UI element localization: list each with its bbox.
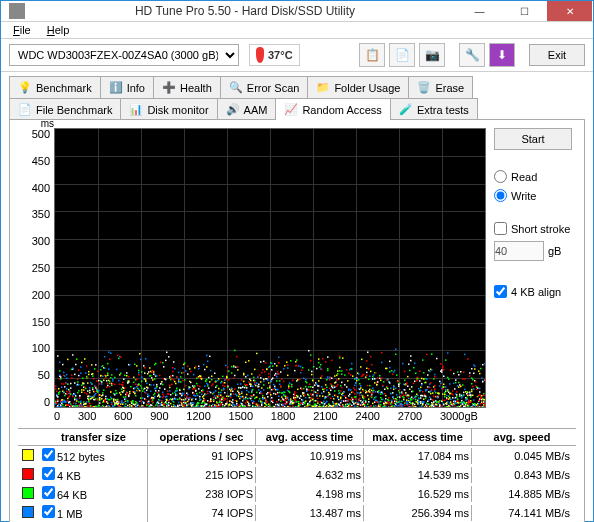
maximize-button[interactable]: ☐	[502, 1, 547, 21]
transfer-size-label: 1 MB	[57, 508, 83, 520]
max-cell: 14.539 ms	[364, 467, 472, 483]
transfer-size-label: 512 bytes	[57, 451, 105, 463]
temperature-value: 37°C	[268, 49, 293, 61]
app-window: HD Tune Pro 5.50 - Hard Disk/SSD Utility…	[0, 0, 594, 522]
tab-benchmark[interactable]: 💡Benchmark	[9, 76, 101, 98]
speed-cell: 14.885 MB/s	[472, 486, 572, 502]
toolbar: WDC WD3003FZEX-00Z4SA0 (3000 gB) 37°C 📋 …	[1, 39, 593, 72]
ops-cell: 74 IOPS	[148, 505, 256, 521]
avg-cell: 4.198 ms	[256, 486, 364, 502]
copy-screenshot-button[interactable]: 📄	[389, 43, 415, 67]
tab-disk-monitor[interactable]: 📊Disk monitor	[120, 98, 217, 120]
table-header: transfer size operations / sec avg. acce…	[18, 428, 576, 446]
tab-health[interactable]: ➕Health	[153, 76, 221, 98]
options-button[interactable]: 🔧	[459, 43, 485, 67]
folder-icon: 📁	[316, 81, 330, 95]
exit-button[interactable]: Exit	[529, 44, 585, 66]
row-checkbox[interactable]	[42, 467, 55, 480]
app-icon	[9, 3, 25, 19]
menubar: File Help	[1, 22, 593, 39]
color-swatch	[22, 487, 34, 499]
speaker-icon: 🔊	[226, 103, 240, 117]
tab-error-scan[interactable]: 🔍Error Scan	[220, 76, 309, 98]
tab-content: ms 500450400350300250200150100500 Start …	[9, 119, 585, 522]
copy-info-button[interactable]: 📋	[359, 43, 385, 67]
tests-icon: 🧪	[399, 103, 413, 117]
tab-extra-tests[interactable]: 🧪Extra tests	[390, 98, 478, 120]
speed-cell: 74.141 MB/s	[472, 505, 572, 521]
ops-cell: 215 IOPS	[148, 467, 256, 483]
avg-cell: 4.632 ms	[256, 467, 364, 483]
y-axis: ms 500450400350300250200150100500	[18, 128, 54, 408]
random-icon: 📈	[284, 103, 298, 117]
x-axis: 03006009001200150018002100240027003000gB	[18, 408, 478, 424]
color-swatch	[22, 468, 34, 480]
short-stroke-checkbox[interactable]	[494, 222, 507, 235]
bulb-icon: 💡	[18, 81, 32, 95]
menu-file[interactable]: File	[5, 22, 39, 38]
save-button[interactable]: ⬇	[489, 43, 515, 67]
avg-cell: 13.487 ms	[256, 505, 364, 521]
stroke-value-input[interactable]	[494, 241, 544, 261]
align-4kb-row[interactable]: 4 KB align	[494, 285, 576, 298]
temperature-display: 37°C	[249, 44, 300, 66]
max-cell: 256.394 ms	[364, 505, 472, 521]
titlebar: HD Tune Pro 5.50 - Hard Disk/SSD Utility…	[1, 1, 593, 22]
tabs: 💡Benchmark ℹ️Info ➕Health 🔍Error Scan 📁F…	[1, 72, 593, 120]
info-icon: ℹ️	[109, 81, 123, 95]
align-4kb-checkbox[interactable]	[494, 285, 507, 298]
menu-help[interactable]: Help	[39, 22, 78, 38]
write-radio-row[interactable]: Write	[494, 189, 576, 202]
transfer-size-label: 64 KB	[57, 489, 87, 501]
file-icon: 📄	[18, 103, 32, 117]
scatter-plot	[54, 128, 486, 408]
row-checkbox[interactable]	[42, 486, 55, 499]
table-row: 64 KB238 IOPS4.198 ms16.529 ms14.885 MB/…	[18, 484, 576, 503]
results-table: transfer size operations / sec avg. acce…	[18, 428, 576, 522]
tab-info[interactable]: ℹ️Info	[100, 76, 154, 98]
health-icon: ➕	[162, 81, 176, 95]
close-button[interactable]: ✕	[547, 1, 592, 21]
write-radio[interactable]	[494, 189, 507, 202]
thermometer-icon	[256, 47, 264, 63]
speed-cell: 0.843 MB/s	[472, 467, 572, 483]
table-row: 512 bytes91 IOPS10.919 ms17.084 ms0.045 …	[18, 446, 576, 465]
row-checkbox[interactable]	[42, 505, 55, 518]
controls-panel: Start Read Write Short stroke gB 4 KB al…	[486, 128, 576, 408]
avg-cell: 10.919 ms	[256, 448, 364, 464]
color-swatch	[22, 449, 34, 461]
read-radio[interactable]	[494, 170, 507, 183]
table-row: 1 MB74 IOPS13.487 ms256.394 ms74.141 MB/…	[18, 503, 576, 522]
table-row: 4 KB215 IOPS4.632 ms14.539 ms0.843 MB/s	[18, 465, 576, 484]
max-cell: 17.084 ms	[364, 448, 472, 464]
trash-icon: 🗑️	[417, 81, 431, 95]
speed-cell: 0.045 MB/s	[472, 448, 572, 464]
scatter-points	[55, 347, 485, 407]
search-icon: 🔍	[229, 81, 243, 95]
tab-aam[interactable]: 🔊AAM	[217, 98, 277, 120]
ops-cell: 91 IOPS	[148, 448, 256, 464]
short-stroke-row[interactable]: Short stroke	[494, 222, 576, 235]
minimize-button[interactable]: —	[457, 1, 502, 21]
row-checkbox[interactable]	[42, 448, 55, 461]
read-radio-row[interactable]: Read	[494, 170, 576, 183]
transfer-size-label: 4 KB	[57, 470, 81, 482]
tab-file-benchmark[interactable]: 📄File Benchmark	[9, 98, 121, 120]
color-swatch	[22, 506, 34, 518]
stroke-unit-label: gB	[548, 245, 561, 257]
max-cell: 16.529 ms	[364, 486, 472, 502]
monitor-icon: 📊	[129, 103, 143, 117]
window-title: HD Tune Pro 5.50 - Hard Disk/SSD Utility	[33, 4, 457, 18]
screenshot-button[interactable]: 📷	[419, 43, 445, 67]
drive-select[interactable]: WDC WD3003FZEX-00Z4SA0 (3000 gB)	[9, 44, 239, 66]
tab-random-access[interactable]: 📈Random Access	[275, 98, 390, 120]
tab-folder-usage[interactable]: 📁Folder Usage	[307, 76, 409, 98]
ops-cell: 238 IOPS	[148, 486, 256, 502]
tab-erase[interactable]: 🗑️Erase	[408, 76, 473, 98]
start-button[interactable]: Start	[494, 128, 572, 150]
